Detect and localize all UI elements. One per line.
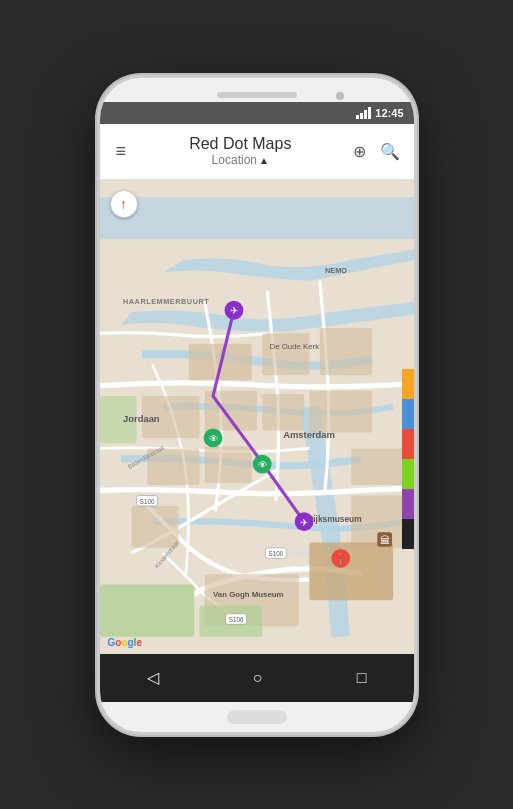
phone-camera <box>336 92 344 100</box>
svg-text:S100: S100 <box>139 497 154 504</box>
svg-rect-14 <box>309 542 393 600</box>
app-bar: ≡ Red Dot Maps Location ▲ ⊕ 🔍 <box>100 124 414 180</box>
svg-text:De Oude Kerk: De Oude Kerk <box>269 341 319 350</box>
status-bar: 12:45 <box>100 102 414 124</box>
svg-text:Jordaan: Jordaan <box>123 413 160 424</box>
legend-orange <box>402 369 414 399</box>
svg-rect-11 <box>351 448 409 485</box>
map-area[interactable]: Bilderdijkstraat Kinderstraat S100 S100 … <box>100 180 414 654</box>
svg-text:👁: 👁 <box>257 459 266 470</box>
legend-red <box>402 429 414 459</box>
svg-rect-10 <box>204 446 251 483</box>
svg-text:NEMO: NEMO <box>325 265 347 274</box>
nav-bar: ◁ ○ □ <box>100 654 414 702</box>
svg-rect-16 <box>100 584 194 636</box>
svg-text:🏛: 🏛 <box>379 533 389 545</box>
legend-black <box>402 519 414 549</box>
legend-purple <box>402 489 414 519</box>
svg-text:Amsterdam: Amsterdam <box>283 428 335 439</box>
svg-text:👁: 👁 <box>208 433 217 444</box>
location-icon[interactable]: ⊕ <box>347 136 372 167</box>
svg-rect-3 <box>262 333 309 375</box>
svg-text:HAARLEMMERBUURT: HAARLEMMERBUURT <box>123 296 209 305</box>
title-block: Red Dot Maps Location ▲ <box>134 135 346 167</box>
svg-text:S106: S106 <box>228 616 243 623</box>
signal-strength-icon <box>356 107 371 119</box>
action-icons: ⊕ 🔍 <box>347 136 406 167</box>
recent-apps-button[interactable]: □ <box>337 661 387 695</box>
search-icon[interactable]: 🔍 <box>374 136 406 167</box>
phone-frame: 12:45 ≡ Red Dot Maps Location ▲ ⊕ 🔍 <box>97 75 417 735</box>
svg-text:✈: ✈ <box>229 305 237 316</box>
app-subtitle: Location <box>212 153 257 167</box>
svg-text:📍: 📍 <box>334 552 348 565</box>
phone-speaker <box>217 92 297 98</box>
home-button-physical[interactable] <box>227 710 287 724</box>
home-button[interactable]: ○ <box>233 661 283 695</box>
svg-text:✈: ✈ <box>300 516 308 527</box>
menu-icon[interactable]: ≡ <box>108 133 135 170</box>
svg-text:S100: S100 <box>268 550 283 557</box>
compass-icon: ↑ <box>110 190 138 218</box>
map-svg: Bilderdijkstraat Kinderstraat S100 S100 … <box>100 180 414 654</box>
svg-rect-8 <box>309 390 372 432</box>
legend-blue <box>402 399 414 429</box>
svg-rect-4 <box>319 328 371 375</box>
map-legend <box>402 369 414 549</box>
svg-rect-7 <box>262 393 304 430</box>
svg-text:Van Gogh Museum: Van Gogh Museum <box>213 590 283 599</box>
svg-rect-1 <box>100 197 414 239</box>
phone-screen: 12:45 ≡ Red Dot Maps Location ▲ ⊕ 🔍 <box>100 102 414 702</box>
google-logo: Google <box>108 637 142 648</box>
app-title: Red Dot Maps <box>134 135 346 153</box>
legend-green <box>402 459 414 489</box>
svg-text:Rijksmuseum: Rijksmuseum <box>307 513 361 523</box>
status-time: 12:45 <box>375 107 403 119</box>
nav-arrow-icon: ▲ <box>259 155 269 166</box>
back-button[interactable]: ◁ <box>127 660 179 695</box>
